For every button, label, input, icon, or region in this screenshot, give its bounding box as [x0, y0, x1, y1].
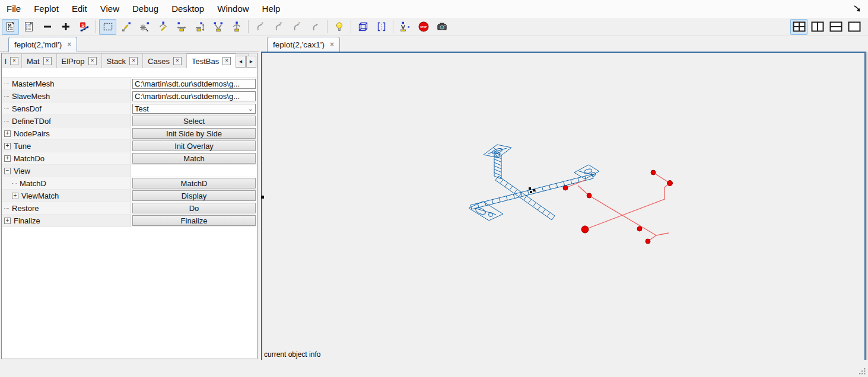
tune-button[interactable]: Init Overlay [132, 140, 256, 151]
rotate-y-icon[interactable]: y [270, 19, 287, 35]
menu-feplot[interactable]: Feplot [27, 0, 65, 18]
view-3d-icon[interactable] [354, 19, 371, 35]
pick-line-icon[interactable] [117, 19, 135, 35]
menu-window[interactable]: Window [211, 0, 255, 18]
close-icon[interactable]: × [173, 57, 182, 65]
restore-button[interactable]: Do [132, 203, 256, 213]
status-bar [0, 360, 868, 377]
tab-feplot-cax1[interactable]: feplot(2,'cax1') × [267, 37, 340, 52]
property-label: MatchDo [14, 154, 44, 163]
init-side-by-side-icon[interactable] [173, 19, 190, 35]
menu-view[interactable]: View [94, 0, 126, 18]
match-pairs-icon[interactable] [209, 19, 227, 35]
close-icon[interactable]: × [330, 40, 334, 49]
rotate-free-icon[interactable] [307, 19, 324, 35]
expand-icon[interactable]: + [4, 130, 11, 137]
svg-text:M: M [8, 23, 11, 28]
init-overlay-icon[interactable] [191, 19, 208, 35]
property-label: Finalize [14, 216, 40, 225]
layout-rows-icon[interactable] [827, 19, 844, 35]
expand-icon[interactable]: + [4, 218, 11, 224]
rotate-z-icon[interactable]: z [288, 19, 306, 35]
layout-quad-icon[interactable] [790, 19, 807, 35]
sensdof-dropdown[interactable]: Test⌄ [132, 104, 256, 114]
expand-icon[interactable]: + [12, 193, 18, 199]
tree-connector [12, 183, 17, 184]
subtab-testbas[interactable]: TestBas× [187, 53, 236, 68]
property-label: DefineTDof [12, 117, 51, 126]
tree-connector [4, 208, 9, 209]
dropdown-value: Test [135, 104, 149, 113]
close-icon[interactable]: × [222, 57, 231, 65]
rotate-x-icon[interactable]: x [252, 19, 269, 35]
property-row: −View [2, 165, 257, 177]
subtab-label: TestBas [192, 57, 219, 66]
property-row: RestoreDo [2, 202, 257, 215]
select-region-icon[interactable] [99, 19, 116, 35]
scroll-right-button[interactable]: ▶ [246, 56, 256, 68]
light-icon[interactable] [330, 19, 348, 35]
close-icon[interactable]: × [43, 57, 52, 65]
expand-icon[interactable]: + [4, 143, 11, 149]
pane-edge [866, 52, 867, 361]
close-icon[interactable]: × [10, 57, 18, 65]
svg-text:S: S [81, 23, 85, 28]
match-orient-icon[interactable] [228, 19, 245, 35]
finalize-button[interactable]: Finalize [132, 215, 256, 226]
viewmatch-button[interactable]: Display [132, 190, 256, 201]
subtab-elprop[interactable]: ElProp× [57, 53, 102, 68]
toolbar-separator [393, 20, 393, 33]
element-properties-icon[interactable] [20, 19, 37, 35]
mastermesh-field[interactable]: C:\martin\sdt.cur\sdtdemos\g... [132, 79, 256, 89]
toolbar-separator [248, 20, 249, 33]
layout-columns-icon[interactable] [809, 19, 826, 35]
subtab-stack[interactable]: Stack× [102, 53, 144, 68]
remove-icon[interactable] [39, 19, 56, 35]
undock-arrow-icon[interactable] [853, 4, 862, 14]
property-label: SensDof [12, 104, 42, 113]
menu-help[interactable]: Help [256, 0, 287, 18]
menu-edit[interactable]: Edit [65, 0, 94, 18]
close-icon[interactable]: × [67, 40, 71, 49]
property-label: Restore [12, 204, 39, 213]
toolbar-separator [96, 20, 96, 33]
model-icon[interactable]: M [2, 19, 19, 35]
matchd-button[interactable]: MatchD [132, 178, 256, 188]
snapshot-icon[interactable] [396, 19, 414, 35]
resize-grip[interactable] [859, 368, 866, 375]
canvas-handle[interactable] [261, 196, 264, 199]
property-row: MatchDMatchD [2, 177, 257, 190]
property-row: SensDofTest⌄ [2, 103, 257, 115]
subtab-l[interactable]: l× [2, 53, 22, 68]
view-flat-icon[interactable] [373, 19, 390, 35]
slavemesh-field[interactable]: C:\martin\sdt.cur\sdtdemos\g... [132, 91, 256, 101]
plot-canvas[interactable]: current object info [261, 52, 866, 361]
tree-connector [4, 96, 9, 97]
layout-single-icon[interactable] [845, 19, 863, 35]
pick-orient-icon[interactable] [154, 19, 171, 35]
scroll-left-button[interactable]: ◀ [236, 56, 246, 68]
left-tab-strip: feplot(2,'mdl') × [0, 36, 259, 52]
menu-debug[interactable]: Debug [126, 0, 165, 18]
stop-icon[interactable]: STOP [415, 19, 432, 35]
menu-desktop[interactable]: Desktop [165, 0, 211, 18]
add-icon[interactable] [57, 19, 74, 35]
collapse-icon[interactable]: − [4, 168, 11, 174]
curve-icon[interactable]: S [75, 19, 93, 35]
subtab-cases[interactable]: Cases× [143, 53, 187, 68]
subtab-label: l [5, 57, 7, 66]
expand-icon[interactable]: + [4, 155, 11, 162]
subtab-mat[interactable]: Mat× [22, 53, 57, 68]
close-icon[interactable]: × [129, 57, 138, 65]
tab-feplot-mdl[interactable]: feplot(2,'mdl') × [8, 37, 77, 52]
menu-file[interactable]: File [0, 0, 27, 18]
nodepairs-button[interactable]: Init Side by Side [132, 128, 256, 139]
definetdof-button[interactable]: Select [132, 116, 256, 126]
toolbar: M S [0, 18, 868, 36]
pick-node-icon[interactable] [136, 19, 153, 35]
property-label: ViewMatch [21, 191, 59, 200]
close-icon[interactable]: × [88, 57, 97, 65]
camera-icon[interactable] [433, 19, 450, 35]
svg-text:STOP: STOP [420, 25, 427, 28]
matchdo-button[interactable]: Match [132, 153, 256, 164]
